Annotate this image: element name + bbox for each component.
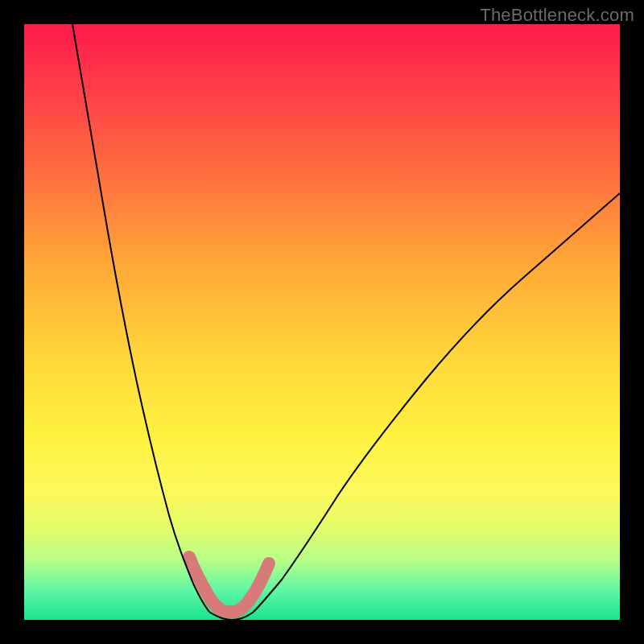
left-branch-curve [72,24,209,612]
right-branch-curve [254,193,620,612]
pink-highlight-band [189,557,269,612]
chart-canvas [24,24,620,620]
curve-layer [24,24,620,620]
watermark-text: TheBottleneck.com [480,5,634,26]
